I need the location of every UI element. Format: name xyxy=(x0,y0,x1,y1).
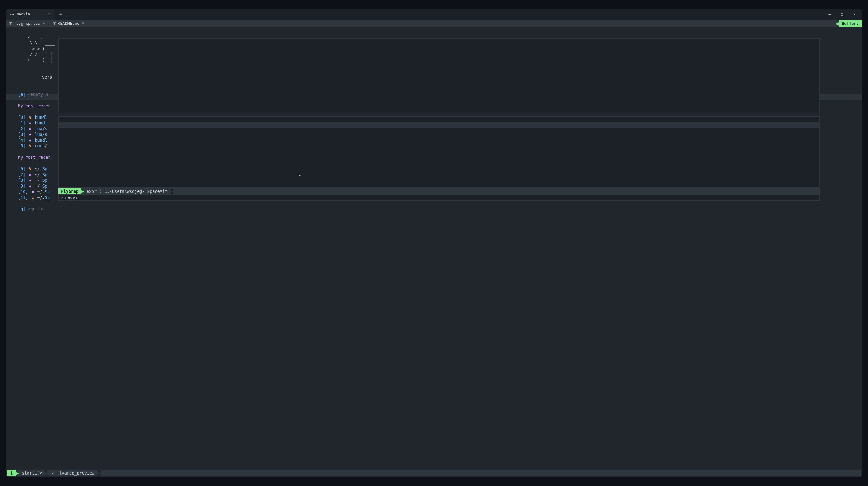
separator-icon: ◀ xyxy=(835,20,839,27)
startify-empty[interactable]: [e] <empty b xyxy=(12,92,856,97)
tab-title: Neovim xyxy=(17,12,30,17)
modified-icon: ↯ xyxy=(82,21,84,25)
file-icon: ✱ xyxy=(28,183,32,189)
separator-icon: ❭ xyxy=(99,189,102,194)
git-branch-segment: ⎇ flygrep_preview xyxy=(47,469,97,477)
git-branch-icon: ⎇ xyxy=(51,471,55,475)
status-mode: 1 xyxy=(7,469,16,477)
buffers-label: Buffers xyxy=(839,20,862,27)
main-window: ▸◂ Neovim × + ⌄ — ▢ ✕ ① flygrep.lua ✱ ❭ … xyxy=(6,9,862,477)
file-icon: ↯ xyxy=(31,195,35,201)
buffer-name: flygrep.lua xyxy=(13,21,40,26)
file-icon: ↯ xyxy=(28,166,32,172)
tab-dropdown-button[interactable]: ⌄ xyxy=(66,13,67,16)
flygrep-input[interactable]: > neovi xyxy=(59,194,820,201)
flygrep-path: C:\Users\wsdjeg\.SpaceVim xyxy=(102,189,170,194)
statusbar: 1 ▶ startify ▶ ⎇ flygrep_preview ▶ xyxy=(7,469,861,477)
maximize-button[interactable]: ▢ xyxy=(836,9,848,20)
tab-close-button[interactable]: × xyxy=(48,12,50,17)
file-icon: ✱ xyxy=(28,172,32,178)
window-controls: — ▢ ✕ xyxy=(824,9,862,20)
flygrep-mode: expr xyxy=(84,189,99,194)
modified-icon: ✱ xyxy=(43,21,45,25)
startify-quit[interactable]: [q] <quit> xyxy=(12,206,856,212)
flygrep-statusbar: FlyGrep ▶ expr ❭ C:\Users\wsdjeg\.SpaceV… xyxy=(59,188,820,194)
separator-icon: ▶ xyxy=(170,189,173,194)
separator-icon: ▶ xyxy=(97,470,100,476)
separator-icon: ▶ xyxy=(81,189,84,194)
titlebar: ▸◂ Neovim × + ⌄ — ▢ ✕ xyxy=(6,9,862,20)
file-icon: ✱ xyxy=(31,189,35,195)
file-icon: ✱ xyxy=(28,177,32,183)
terminal-tab[interactable]: ▸◂ Neovim × xyxy=(6,9,54,20)
buffer-tab-2[interactable]: ② README.md ↯ xyxy=(50,21,86,26)
file-icon: ↯ xyxy=(28,143,32,149)
git-branch-name: flygrep_preview xyxy=(57,470,94,476)
file-icon: ↯ xyxy=(28,115,32,120)
selected-result-line[interactable] xyxy=(59,122,819,128)
file-icon: ✱ xyxy=(28,138,32,143)
flygrep-label: FlyGrep xyxy=(59,188,81,194)
buffer-tab-1[interactable]: ① flygrep.lua ✱ xyxy=(6,21,47,26)
close-button[interactable]: ✕ xyxy=(848,9,861,20)
separator-icon: ❭ xyxy=(47,21,51,26)
separator-icon: ▶ xyxy=(16,470,19,476)
file-icon: ✱ xyxy=(28,132,32,138)
new-tab-button[interactable]: + xyxy=(59,12,62,17)
search-input-text: neovi xyxy=(65,195,78,201)
minimize-button[interactable]: — xyxy=(824,9,836,20)
prompt-icon: > xyxy=(61,195,63,201)
flygrep-results-window[interactable] xyxy=(59,116,820,188)
neovim-icon: ▸◂ xyxy=(10,12,14,16)
file-icon: ✱ xyxy=(28,120,32,126)
bufferline: ① flygrep.lua ✱ ❭ ② README.md ↯ ❭ ◀ Buff… xyxy=(6,20,862,27)
cursor-icon xyxy=(79,195,79,200)
separator-icon: ❭ xyxy=(86,21,89,26)
flygrep-preview-window[interactable] xyxy=(59,38,820,113)
buffer-name: README.md xyxy=(58,21,79,26)
status-name: startify xyxy=(19,470,45,476)
editor-content[interactable]: _____ \ ___) \ \ ____ > > ( __ / /__ | |… xyxy=(6,27,862,469)
file-icon: ✱ xyxy=(28,126,32,132)
